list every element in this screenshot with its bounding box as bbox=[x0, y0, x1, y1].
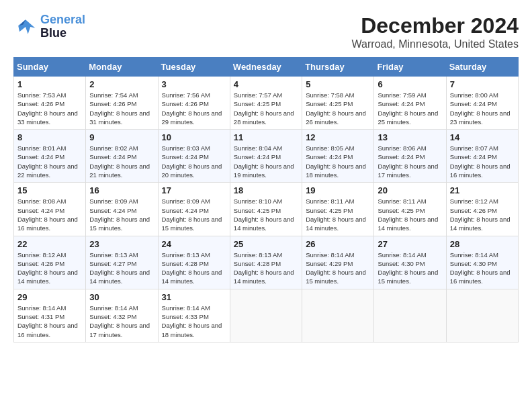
calendar-cell: 26Sunrise: 8:14 AMSunset: 4:29 PMDayligh… bbox=[302, 236, 374, 289]
day-number: 28 bbox=[450, 239, 515, 249]
day-number: 30 bbox=[89, 292, 154, 302]
day-number: 4 bbox=[234, 79, 298, 89]
day-info: Sunrise: 7:57 AMSunset: 4:25 PMDaylight:… bbox=[234, 91, 298, 126]
day-info: Sunrise: 8:07 AMSunset: 4:24 PMDaylight:… bbox=[450, 144, 515, 179]
day-info: Sunrise: 8:02 AMSunset: 4:24 PMDaylight:… bbox=[89, 144, 154, 179]
calendar-header: SundayMondayTuesdayWednesdayThursdayFrid… bbox=[14, 58, 519, 77]
day-info: Sunrise: 8:14 AMSunset: 4:30 PMDaylight:… bbox=[378, 250, 442, 286]
day-number: 6 bbox=[378, 79, 442, 89]
logo-icon bbox=[13, 15, 38, 39]
day-number: 2 bbox=[89, 79, 154, 89]
day-number: 24 bbox=[162, 239, 226, 249]
calendar-cell: 7Sunrise: 8:00 AMSunset: 4:24 PMDaylight… bbox=[446, 77, 518, 130]
calendar-row: 1Sunrise: 7:53 AMSunset: 4:26 PMDaylight… bbox=[14, 77, 519, 130]
day-info: Sunrise: 7:53 AMSunset: 4:26 PMDaylight:… bbox=[17, 91, 82, 126]
calendar-cell: 24Sunrise: 8:13 AMSunset: 4:28 PMDayligh… bbox=[158, 236, 230, 289]
day-info: Sunrise: 8:11 AMSunset: 4:25 PMDaylight:… bbox=[306, 197, 370, 232]
day-info: Sunrise: 8:08 AMSunset: 4:24 PMDaylight:… bbox=[17, 197, 82, 232]
calendar-cell: 29Sunrise: 8:14 AMSunset: 4:31 PMDayligh… bbox=[14, 289, 86, 342]
day-number: 26 bbox=[306, 239, 370, 249]
day-info: Sunrise: 8:09 AMSunset: 4:24 PMDaylight:… bbox=[162, 197, 226, 232]
day-number: 21 bbox=[450, 185, 515, 195]
day-info: Sunrise: 8:04 AMSunset: 4:24 PMDaylight:… bbox=[234, 144, 298, 179]
calendar-cell: 12Sunrise: 8:05 AMSunset: 4:24 PMDayligh… bbox=[302, 130, 374, 183]
calendar-cell: 18Sunrise: 8:10 AMSunset: 4:25 PMDayligh… bbox=[230, 183, 302, 236]
calendar-cell bbox=[374, 289, 446, 342]
day-info: Sunrise: 8:09 AMSunset: 4:24 PMDaylight:… bbox=[89, 197, 154, 232]
calendar-cell: 30Sunrise: 8:14 AMSunset: 4:32 PMDayligh… bbox=[86, 289, 158, 342]
calendar-cell: 22Sunrise: 8:12 AMSunset: 4:26 PMDayligh… bbox=[14, 236, 86, 289]
calendar-cell: 27Sunrise: 8:14 AMSunset: 4:30 PMDayligh… bbox=[374, 236, 446, 289]
calendar-cell: 16Sunrise: 8:09 AMSunset: 4:24 PMDayligh… bbox=[86, 183, 158, 236]
calendar-row: 15Sunrise: 8:08 AMSunset: 4:24 PMDayligh… bbox=[14, 183, 519, 236]
calendar-cell: 17Sunrise: 8:09 AMSunset: 4:24 PMDayligh… bbox=[158, 183, 230, 236]
calendar-cell: 15Sunrise: 8:08 AMSunset: 4:24 PMDayligh… bbox=[14, 183, 86, 236]
calendar-cell: 21Sunrise: 8:12 AMSunset: 4:26 PMDayligh… bbox=[446, 183, 518, 236]
day-info: Sunrise: 8:14 AMSunset: 4:29 PMDaylight:… bbox=[306, 250, 370, 286]
day-info: Sunrise: 8:11 AMSunset: 4:25 PMDaylight:… bbox=[378, 197, 442, 232]
calendar-cell: 11Sunrise: 8:04 AMSunset: 4:24 PMDayligh… bbox=[230, 130, 302, 183]
calendar-cell: 6Sunrise: 7:59 AMSunset: 4:24 PMDaylight… bbox=[374, 77, 446, 130]
calendar-cell: 2Sunrise: 7:54 AMSunset: 4:26 PMDaylight… bbox=[86, 77, 158, 130]
day-number: 9 bbox=[89, 132, 154, 142]
day-number: 27 bbox=[378, 239, 442, 249]
day-number: 14 bbox=[450, 132, 515, 142]
calendar-cell: 1Sunrise: 7:53 AMSunset: 4:26 PMDaylight… bbox=[14, 77, 86, 130]
day-info: Sunrise: 8:14 AMSunset: 4:32 PMDaylight:… bbox=[89, 304, 154, 339]
day-number: 15 bbox=[17, 185, 82, 195]
day-info: Sunrise: 8:13 AMSunset: 4:28 PMDaylight:… bbox=[234, 250, 298, 286]
calendar-cell bbox=[230, 289, 302, 342]
day-number: 17 bbox=[162, 185, 226, 195]
day-number: 23 bbox=[89, 239, 154, 249]
day-info: Sunrise: 8:13 AMSunset: 4:27 PMDaylight:… bbox=[89, 250, 154, 286]
weekday-header: Saturday bbox=[446, 58, 518, 77]
weekday-header: Friday bbox=[374, 58, 446, 77]
page-subtitle: Warroad, Minnesota, United States bbox=[352, 38, 519, 50]
page-title: December 2024 bbox=[352, 13, 519, 38]
calendar-cell: 3Sunrise: 7:56 AMSunset: 4:26 PMDaylight… bbox=[158, 77, 230, 130]
day-info: Sunrise: 7:54 AMSunset: 4:26 PMDaylight:… bbox=[89, 91, 154, 126]
day-info: Sunrise: 8:10 AMSunset: 4:25 PMDaylight:… bbox=[234, 197, 298, 232]
calendar-cell bbox=[302, 289, 374, 342]
svg-marker-0 bbox=[18, 19, 35, 34]
day-info: Sunrise: 8:03 AMSunset: 4:24 PMDaylight:… bbox=[162, 144, 226, 179]
calendar-cell: 10Sunrise: 8:03 AMSunset: 4:24 PMDayligh… bbox=[158, 130, 230, 183]
day-number: 31 bbox=[162, 292, 226, 302]
calendar-cell: 14Sunrise: 8:07 AMSunset: 4:24 PMDayligh… bbox=[446, 130, 518, 183]
calendar-table: SundayMondayTuesdayWednesdayThursdayFrid… bbox=[13, 57, 519, 342]
day-info: Sunrise: 7:58 AMSunset: 4:25 PMDaylight:… bbox=[306, 91, 370, 126]
day-number: 11 bbox=[234, 132, 298, 142]
calendar-cell: 19Sunrise: 8:11 AMSunset: 4:25 PMDayligh… bbox=[302, 183, 374, 236]
day-number: 20 bbox=[378, 185, 442, 195]
day-number: 3 bbox=[162, 79, 226, 89]
weekday-header: Monday bbox=[86, 58, 158, 77]
calendar-cell: 20Sunrise: 8:11 AMSunset: 4:25 PMDayligh… bbox=[374, 183, 446, 236]
weekday-header: Tuesday bbox=[158, 58, 230, 77]
calendar-cell: 13Sunrise: 8:06 AMSunset: 4:24 PMDayligh… bbox=[374, 130, 446, 183]
calendar-cell bbox=[446, 289, 518, 342]
page-header: General Blue December 2024 Warroad, Minn… bbox=[13, 13, 519, 50]
title-area: December 2024 Warroad, Minnesota, United… bbox=[352, 13, 519, 50]
day-info: Sunrise: 8:06 AMSunset: 4:24 PMDaylight:… bbox=[378, 144, 442, 179]
day-info: Sunrise: 8:13 AMSunset: 4:28 PMDaylight:… bbox=[162, 250, 226, 286]
day-number: 13 bbox=[378, 132, 442, 142]
day-info: Sunrise: 7:56 AMSunset: 4:26 PMDaylight:… bbox=[162, 91, 226, 126]
weekday-header: Wednesday bbox=[230, 58, 302, 77]
calendar-cell: 9Sunrise: 8:02 AMSunset: 4:24 PMDaylight… bbox=[86, 130, 158, 183]
logo: General Blue bbox=[13, 13, 85, 40]
calendar-row: 22Sunrise: 8:12 AMSunset: 4:26 PMDayligh… bbox=[14, 236, 519, 289]
calendar-cell: 25Sunrise: 8:13 AMSunset: 4:28 PMDayligh… bbox=[230, 236, 302, 289]
calendar-row: 29Sunrise: 8:14 AMSunset: 4:31 PMDayligh… bbox=[14, 289, 519, 342]
day-number: 16 bbox=[89, 185, 154, 195]
day-number: 18 bbox=[234, 185, 298, 195]
calendar-body: 1Sunrise: 7:53 AMSunset: 4:26 PMDaylight… bbox=[14, 77, 519, 342]
day-info: Sunrise: 8:00 AMSunset: 4:24 PMDaylight:… bbox=[450, 91, 515, 126]
day-number: 25 bbox=[234, 239, 298, 249]
day-info: Sunrise: 8:05 AMSunset: 4:24 PMDaylight:… bbox=[306, 144, 370, 179]
day-number: 22 bbox=[17, 239, 82, 249]
calendar-cell: 28Sunrise: 8:14 AMSunset: 4:30 PMDayligh… bbox=[446, 236, 518, 289]
day-number: 29 bbox=[17, 292, 82, 302]
day-info: Sunrise: 8:14 AMSunset: 4:31 PMDaylight:… bbox=[17, 304, 82, 339]
calendar-cell: 31Sunrise: 8:14 AMSunset: 4:33 PMDayligh… bbox=[158, 289, 230, 342]
day-number: 1 bbox=[17, 79, 82, 89]
